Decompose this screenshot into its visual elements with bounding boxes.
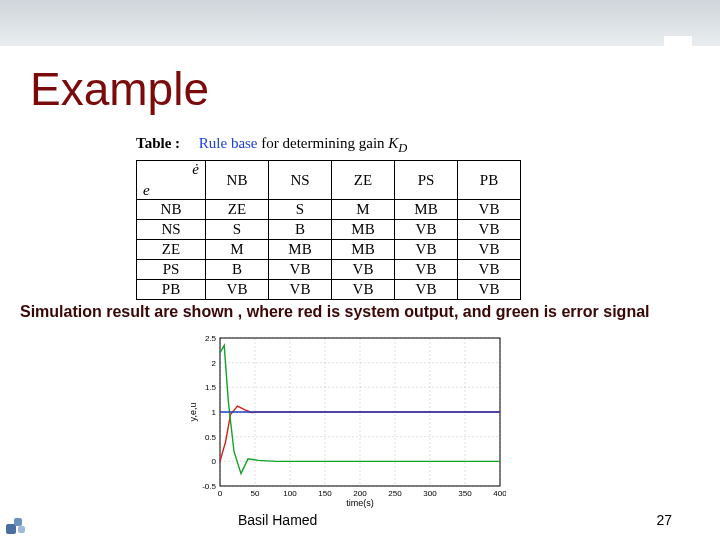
- table-row: PSBVBVBVBVB: [137, 260, 521, 280]
- cell: ZE: [206, 200, 269, 220]
- cell: S: [269, 200, 332, 220]
- svg-text:50: 50: [251, 489, 260, 498]
- col-header: NB: [206, 161, 269, 200]
- chart-svg: 050100150200250300350400-0.500.511.522.5…: [186, 330, 506, 508]
- title-bar-notch: [664, 36, 692, 62]
- cell: MB: [269, 240, 332, 260]
- svg-text:-0.5: -0.5: [202, 482, 216, 491]
- cell: VB: [269, 280, 332, 300]
- cell: VB: [458, 200, 521, 220]
- cell: VB: [458, 260, 521, 280]
- row-header: ZE: [137, 240, 206, 260]
- svg-text:1: 1: [212, 408, 217, 417]
- row-header: PB: [137, 280, 206, 300]
- svg-text:350: 350: [458, 489, 472, 498]
- cell: B: [269, 220, 332, 240]
- cell: M: [206, 240, 269, 260]
- svg-text:200: 200: [353, 489, 367, 498]
- edot-label: ė: [192, 161, 199, 178]
- svg-text:2: 2: [212, 359, 217, 368]
- row-header: PS: [137, 260, 206, 280]
- footer-author: Basil Hamed: [238, 512, 317, 528]
- caption-sym: K: [388, 135, 398, 151]
- simulation-note: Simulation result are shown , where red …: [20, 303, 650, 321]
- svg-text:300: 300: [423, 489, 437, 498]
- cell: VB: [395, 240, 458, 260]
- cell: VB: [269, 260, 332, 280]
- cell: VB: [458, 220, 521, 240]
- cell: VB: [458, 280, 521, 300]
- svg-text:time(s): time(s): [346, 498, 374, 508]
- table-row: PBVBVBVBVBVB: [137, 280, 521, 300]
- table-corner: ė e: [137, 161, 206, 200]
- svg-text:250: 250: [388, 489, 402, 498]
- cell: VB: [332, 280, 395, 300]
- row-header: NB: [137, 200, 206, 220]
- svg-text:400: 400: [493, 489, 506, 498]
- corner-ornament-icon: [6, 516, 28, 534]
- svg-text:150: 150: [318, 489, 332, 498]
- cell: VB: [395, 220, 458, 240]
- col-header: NS: [269, 161, 332, 200]
- rule-table: ė e NB NS ZE PS PB NBZESMMBVB NSSBMBVBVB…: [136, 160, 521, 300]
- cell: MB: [332, 240, 395, 260]
- caption-tail: for determining gain: [258, 135, 389, 151]
- caption-sub: D: [398, 141, 407, 155]
- cell: VB: [332, 260, 395, 280]
- cell: M: [332, 200, 395, 220]
- e-label: e: [143, 182, 150, 199]
- title-bar: [0, 0, 720, 46]
- simulation-chart: 050100150200250300350400-0.500.511.522.5…: [186, 330, 506, 508]
- svg-text:0: 0: [212, 457, 217, 466]
- cell: VB: [206, 280, 269, 300]
- cell: B: [206, 260, 269, 280]
- caption-prefix: Table :: [136, 135, 180, 151]
- svg-text:y,e,u: y,e,u: [188, 403, 198, 422]
- svg-text:0: 0: [218, 489, 223, 498]
- svg-text:100: 100: [283, 489, 297, 498]
- page-number: 27: [656, 512, 672, 528]
- col-header: PB: [458, 161, 521, 200]
- table-row: ZEMMBMBVBVB: [137, 240, 521, 260]
- table-row: NBZESMMBVB: [137, 200, 521, 220]
- col-header: PS: [395, 161, 458, 200]
- table-row: NSSBMBVBVB: [137, 220, 521, 240]
- svg-text:1.5: 1.5: [205, 383, 217, 392]
- caption-mid: Rule base: [199, 135, 258, 151]
- cell: VB: [395, 260, 458, 280]
- row-header: NS: [137, 220, 206, 240]
- col-header: ZE: [332, 161, 395, 200]
- cell: MB: [332, 220, 395, 240]
- table-caption: Table : Rule base for determining gain K…: [136, 135, 407, 156]
- svg-text:0.5: 0.5: [205, 433, 217, 442]
- cell: VB: [458, 240, 521, 260]
- cell: MB: [395, 200, 458, 220]
- slide-title: Example: [30, 62, 209, 116]
- cell: VB: [395, 280, 458, 300]
- cell: S: [206, 220, 269, 240]
- svg-text:2.5: 2.5: [205, 334, 217, 343]
